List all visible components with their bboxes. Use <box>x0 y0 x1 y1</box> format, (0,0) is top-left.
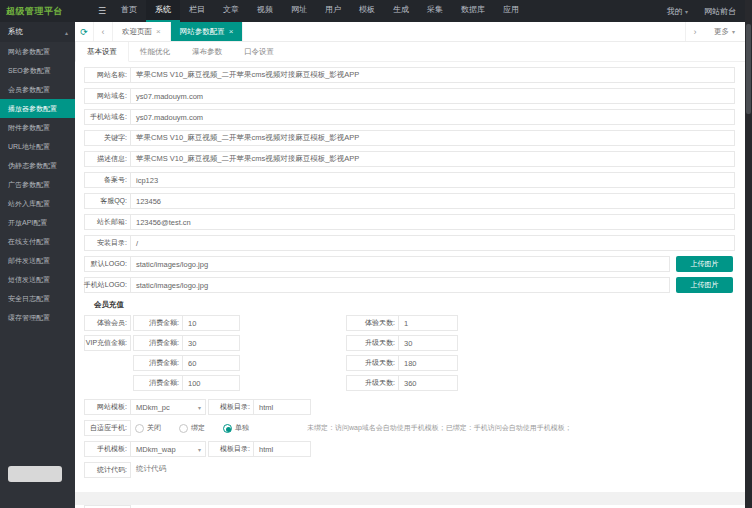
topmenu-generate[interactable]: 生成 <box>384 0 418 22</box>
wap-template-dir-label: 模板目录: <box>208 441 254 457</box>
site-config-form: 网站名称: 苹果CMS V10_麻豆视频_二开苹果cms视频对接麻豆模板_影视A… <box>75 62 745 508</box>
logo-input[interactable]: static/images/logo.jpg <box>130 256 670 272</box>
upload-wap-logo-button[interactable]: 上传图片 <box>676 277 733 293</box>
wap-domain-input[interactable]: ys07.madouym.com <box>130 109 735 125</box>
topmenu-category[interactable]: 栏目 <box>180 0 214 22</box>
sidebar-item-site-config[interactable]: 网站参数配置 <box>0 42 75 61</box>
form-row: 关键字: 苹果CMS V10_麻豆视频_二开苹果cms视频对接麻豆模板_影视AP… <box>84 130 745 146</box>
subtab-waterfall[interactable]: 瀑布参数 <box>181 42 233 61</box>
close-icon[interactable]: × <box>229 27 234 36</box>
app-logo: 超级管理平台 <box>0 0 92 22</box>
sidebar-item-log-config[interactable]: 安全日志配置 <box>0 289 75 308</box>
topmenu-system[interactable]: 系统 <box>146 0 180 22</box>
top-menu: 首页 系统 栏目 文章 视频 网址 用户 模板 生成 采集 数据库 应用 <box>112 0 528 22</box>
vip-amount-input-2[interactable]: 60 <box>182 355 240 371</box>
icp-input[interactable]: icp123 <box>130 172 735 188</box>
radio-icon[interactable] <box>179 424 188 433</box>
sidebar-item-attachment-config[interactable]: 附件参数配置 <box>0 118 75 137</box>
sidebar-item-external-config[interactable]: 站外入库配置 <box>0 194 75 213</box>
chevron-down-icon: ▾ <box>198 446 201 453</box>
sidebar-item-url-config[interactable]: URL地址配置 <box>0 137 75 156</box>
tab-site-config-label: 网站参数配置 <box>180 27 225 37</box>
topmenu-template[interactable]: 模板 <box>350 0 384 22</box>
scrollbar-thumb[interactable] <box>746 24 751 114</box>
vip-days-input-1[interactable]: 30 <box>398 335 458 351</box>
refresh-icon[interactable]: ⟳ <box>75 22 94 41</box>
topmenu-collect[interactable]: 采集 <box>418 0 452 22</box>
description-input[interactable]: 苹果CMS V10_麻豆视频_二开苹果cms视频对接麻豆模板_影视APP <box>130 151 735 167</box>
frontend-link[interactable]: 网站前台 <box>704 6 736 17</box>
vip-amount-input-1[interactable]: 30 <box>182 335 240 351</box>
radio-icon[interactable] <box>135 424 144 433</box>
sidebar-item-ad-config[interactable]: 广告参数配置 <box>0 175 75 194</box>
keywords-input[interactable]: 苹果CMS V10_麻豆视频_二开苹果cms视频对接麻豆模板_影视APP <box>130 130 735 146</box>
email-input[interactable]: 123456@test.cn <box>130 214 735 230</box>
topmenu-article[interactable]: 文章 <box>214 0 248 22</box>
sidebar-item-sms-config[interactable]: 短信发送配置 <box>0 270 75 289</box>
user-dropdown[interactable]: 我的 ▾ <box>667 6 688 17</box>
topmenu-user[interactable]: 用户 <box>316 0 350 22</box>
sidebar-item-pay-config[interactable]: 在线支付配置 <box>0 232 75 251</box>
sidebar-item-api-config[interactable]: 开放API配置 <box>0 213 75 232</box>
tab-scroll-left-icon[interactable]: ‹ <box>94 22 113 41</box>
service-qq-input[interactable]: 123456 <box>130 193 735 209</box>
adaptive-option-bind[interactable]: 绑定 <box>179 423 205 433</box>
wap-template-select[interactable]: MDkm_wap ▾ <box>130 441 206 457</box>
close-icon[interactable]: × <box>156 27 161 36</box>
icp-label: 备案号: <box>84 172 131 188</box>
trial-days-input[interactable]: 1 <box>398 315 458 331</box>
member-section-title: 会员充值 <box>94 300 745 310</box>
trial-member-label: 体验会员: <box>84 315 131 331</box>
adaptive-option-standalone[interactable]: 单独 <box>223 423 249 433</box>
vip-days-input-3[interactable]: 360 <box>398 375 458 391</box>
upload-logo-button[interactable]: 上传图片 <box>676 256 733 272</box>
vip-days-input-2[interactable]: 180 <box>398 355 458 371</box>
sidebar-item-email-config[interactable]: 邮件发送配置 <box>0 251 75 270</box>
sidebar-item-player-config[interactable]: 播放器参数配置 <box>0 99 75 118</box>
topmenu-video[interactable]: 视频 <box>248 0 282 22</box>
trial-amount-input[interactable]: 10 <box>182 315 240 331</box>
member-row: VIP充值金额: 消费金额: 30 升级天数: 30 <box>84 335 745 351</box>
site-name-input[interactable]: 苹果CMS V10_麻豆视频_二开苹果cms视频对接麻豆模板_影视APP <box>130 67 735 83</box>
form-row: 默认LOGO: static/images/logo.jpg 上传图片 <box>84 256 745 272</box>
subtab-performance[interactable]: 性能优化 <box>129 42 181 61</box>
stats-code-textarea[interactable]: 统计代码 <box>131 462 166 474</box>
trial-days-label: 体验天数: <box>346 315 399 331</box>
subtab-password[interactable]: 口令设置 <box>233 42 285 61</box>
topmenu-home[interactable]: 首页 <box>112 0 146 22</box>
wap-logo-label: 手机站LOGO: <box>84 277 131 293</box>
sidebar-group-system[interactable]: 系统 ▴ <box>0 22 75 42</box>
tab-site-config[interactable]: 网站参数配置 × <box>171 22 244 41</box>
tab-welcome[interactable]: 欢迎页面 × <box>113 22 171 41</box>
wap-template-dir-input[interactable]: html <box>253 441 311 457</box>
pc-template-dir-input[interactable]: html <box>253 399 311 415</box>
topbar-right: 我的 ▾ 网站前台 <box>667 0 752 22</box>
topmenu-website[interactable]: 网址 <box>282 0 316 22</box>
subtab-basic[interactable]: 基本设置 <box>75 42 129 62</box>
pc-template-select[interactable]: MDkm_pc ▾ <box>130 399 206 415</box>
form-row: 站长邮箱: 123456@test.cn <box>84 214 745 230</box>
hamburger-icon[interactable]: ☰ <box>92 0 112 22</box>
tab-more-dropdown[interactable]: 更多 ▾ <box>704 22 745 41</box>
adaptive-label: 自适应手机: <box>84 420 131 436</box>
vip-recharge-label: VIP充值金额: <box>84 335 131 351</box>
radio-label: 单独 <box>235 423 249 433</box>
sidebar-item-cache-config[interactable]: 缓存管理配置 <box>0 308 75 327</box>
adaptive-option-off[interactable]: 关闭 <box>135 423 161 433</box>
wap-logo-input[interactable]: static/images/logo.jpg <box>130 277 670 293</box>
sidebar-item-rewrite-config[interactable]: 伪静态参数配置 <box>0 156 75 175</box>
topmenu-database[interactable]: 数据库 <box>452 0 494 22</box>
radio-checked-icon[interactable] <box>223 424 232 433</box>
tabbar: ⟳ ‹ 欢迎页面 × 网站参数配置 × › 更多 ▾ <box>75 22 745 42</box>
tab-scroll-right-icon[interactable]: › <box>685 22 704 41</box>
page-scrollbar[interactable] <box>745 0 752 508</box>
topmenu-apps[interactable]: 应用 <box>494 0 528 22</box>
adaptive-hint: 未绑定：访问wap域名会自动使用手机模板；已绑定：手机访问会自动使用手机模板； <box>307 423 572 433</box>
site-domain-input[interactable]: ys07.madouym.com <box>130 88 735 104</box>
form-row: 描述信息: 苹果CMS V10_麻豆视频_二开苹果cms视频对接麻豆模板_影视A… <box>84 151 745 167</box>
sidebar-item-member-config[interactable]: 会员参数配置 <box>0 80 75 99</box>
vip-amount-input-3[interactable]: 100 <box>182 375 240 391</box>
sidebar-item-seo-config[interactable]: SEO参数配置 <box>0 61 75 80</box>
install-dir-input[interactable]: / <box>130 235 735 251</box>
form-row: 客服QQ: 123456 <box>84 193 745 209</box>
